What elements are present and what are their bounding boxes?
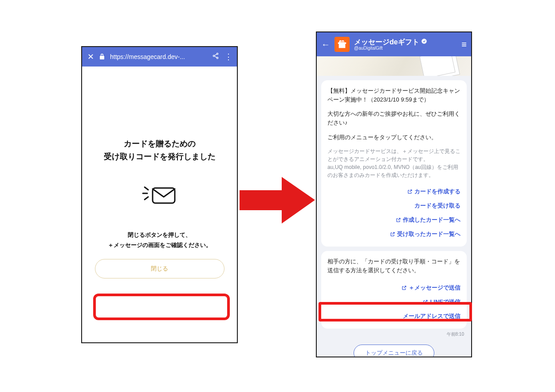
link-create-card[interactable]: カードを作成する [327,184,461,199]
back-arrow-icon[interactable]: ← [321,39,330,50]
svg-point-0 [216,53,218,55]
verified-icon [421,38,427,46]
bubble2-p1: 相手の方に、「カードの受け取り手順・コード」を送信する方法を選択してください。 [327,257,461,275]
chat-bubble-1: 【無料】メッセージカードサービス開始記念キャンペーン実施中！（2023/1/10… [321,80,467,247]
app-title: メッセージdeギフト [354,38,419,46]
link-receive-card[interactable]: カードを受け取る [327,199,461,213]
svg-point-1 [213,55,214,56]
link-received-list[interactable]: 受け取ったカード一覧へ [327,227,461,241]
title-block: メッセージdeギフト @auDigitalGift [354,38,457,51]
app-handle: @auDigitalGift [354,46,457,51]
svg-line-3 [214,54,216,55]
svg-line-5 [145,187,148,190]
banner-image [317,56,471,76]
kebab-menu-icon[interactable]: ⋮ [224,52,232,62]
back-to-top-button[interactable]: トップメニューに戻る [354,345,434,357]
link-created-list[interactable]: 作成したカード一覧へ [327,213,461,227]
bubble1-p3: ご利用のメニューをタップしてください。 [327,133,461,142]
external-link-icon [401,285,407,290]
highlight-box-left [93,294,230,320]
chat-topbar: ← メッセージdeギフト @auDigitalGift ≡ [317,32,471,56]
heading: カードを贈るための 受け取りコードを発行しました [82,137,237,163]
bubble1-gray: メッセージカードサービスは、＋メッセージ上で見ることができるアニメーション付カー… [327,147,461,179]
app-icon [335,37,350,52]
close-icon[interactable]: ✕ [87,52,94,62]
back-to-top-label: トップメニューに戻る [365,349,423,357]
svg-line-7 [145,197,148,200]
svg-line-4 [214,56,216,58]
bubble1-p1: 【無料】メッセージカードサービス開始記念キャンペーン実施中！（2023/1/10… [327,86,461,104]
svg-rect-8 [153,188,175,203]
link-send-plusmessage[interactable]: ＋メッセージで送信 [327,281,461,295]
browser-topbar: ✕ https://messagecard.dev-... ⋮ [82,47,237,67]
external-link-icon [407,189,413,194]
subtext: 閉じるボタンを押して、 ＋メッセージの画面をご確認ください。 [82,230,237,251]
timestamp: 午前8:10 [317,330,471,340]
svg-point-10 [421,39,427,44]
envelope-illustration [82,183,237,208]
svg-marker-9 [240,177,315,223]
external-link-icon [390,231,395,237]
subtext-line1: 閉じるボタンを押して、 [128,231,191,238]
left-body: カードを贈るための 受け取りコードを発行しました 閉じるボタンを押して、 ＋メッ… [82,67,237,278]
link-received-list-label: 受け取ったカード一覧へ [397,230,461,239]
lock-icon [99,53,105,61]
close-button[interactable]: 閉じる [95,259,224,278]
arrow-right-icon [240,177,315,223]
url-text: https://messagecard.dev-... [110,53,207,60]
hamburger-menu-icon[interactable]: ≡ [461,39,467,50]
external-link-icon [396,217,401,223]
highlight-box-right [319,302,472,321]
link-create-card-label: カードを作成する [414,187,461,196]
heading-line1: カードを贈るための [124,139,196,148]
link-send-plusmessage-label: ＋メッセージで送信 [409,283,461,292]
subtext-line2: ＋メッセージの画面をご確認ください。 [108,242,212,248]
link-created-list-label: 作成したカード一覧へ [403,216,461,224]
svg-point-2 [216,57,218,59]
link-receive-card-label: カードを受け取る [414,201,461,210]
heading-line2: 受け取りコードを発行しました [104,152,216,161]
bubble1-p2: 大切な方への新年のご挨拶やお礼に、ぜひご利用ください♪ [327,110,461,127]
close-button-label: 閉じる [151,265,168,273]
share-icon[interactable] [212,52,219,61]
